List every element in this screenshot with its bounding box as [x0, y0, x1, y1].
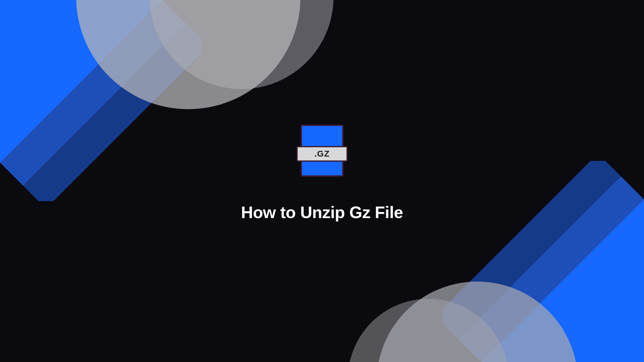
file-extension-label: .GZ — [314, 149, 329, 159]
file-icon-bottom-block — [302, 161, 342, 175]
page-title: How to Unzip Gz File — [241, 203, 403, 222]
gz-file-icon: .GZ — [300, 124, 344, 177]
main-content: .GZ How to Unzip Gz File — [241, 124, 403, 222]
file-icon-label-band: .GZ — [296, 146, 348, 161]
file-icon-top-block — [302, 126, 342, 146]
